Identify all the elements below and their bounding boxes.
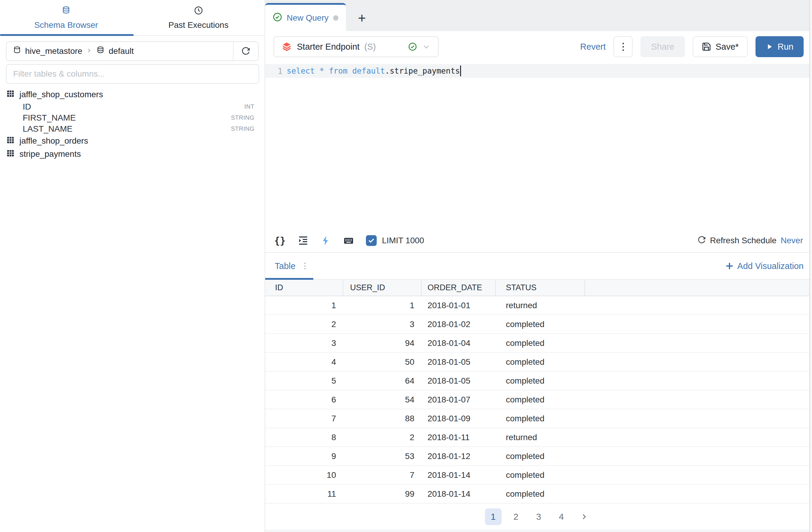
play-icon (766, 43, 773, 51)
sidebar-tab-label: Schema Browser (34, 20, 98, 30)
endpoint-select[interactable]: Starter Endpoint (S) (274, 36, 439, 57)
column-header-status[interactable]: STATUS (496, 280, 585, 296)
cell-user_id: 99 (343, 485, 422, 503)
code-line-1: 1 select * from default.stripe_payments (265, 64, 812, 78)
cell-status: returned (496, 296, 585, 314)
filter-input[interactable] (6, 64, 259, 84)
cell-user_id: 3 (343, 315, 422, 333)
cell-status: completed (496, 447, 585, 465)
keyboard-icon[interactable] (343, 235, 354, 246)
cell-user_id: 53 (343, 447, 422, 465)
table-row: 112018-01-01returned (265, 296, 812, 315)
schema-column-item[interactable]: LAST_NAMESTRING (0, 123, 265, 134)
cell-filler (585, 428, 812, 446)
cell-order_date: 2018-01-07 (422, 391, 496, 409)
text-cursor (460, 66, 461, 76)
main-panel: New Query + Starter Endpoint (S) (265, 0, 812, 532)
page-button-1[interactable]: 1 (485, 508, 502, 525)
page-button-4[interactable]: 4 (553, 508, 570, 525)
active-tab-underline (0, 34, 134, 36)
new-tab-button[interactable]: + (358, 9, 366, 25)
cell-order_date: 2018-01-05 (422, 353, 496, 371)
tab-schema-browser[interactable]: Schema Browser (0, 0, 132, 35)
table-icon (6, 136, 15, 146)
table-row: 4502018-01-05completed (265, 353, 812, 372)
refresh-schedule-value[interactable]: Never (781, 236, 803, 246)
cell-order_date: 2018-01-14 (422, 485, 496, 503)
run-button[interactable]: Run (755, 36, 803, 57)
cell-order_date: 2018-01-02 (422, 315, 496, 333)
lightning-icon[interactable] (320, 235, 331, 246)
column-name: ID (23, 102, 31, 112)
column-header-user_id[interactable]: USER_ID (343, 280, 422, 296)
column-header-order_date[interactable]: ORDER_DATE (422, 280, 496, 296)
breadcrumb-schema[interactable]: default (108, 46, 134, 56)
results-table-header: IDUSER_IDORDER_DATESTATUS (265, 280, 812, 296)
chevron-down-icon (422, 42, 431, 51)
schema-table-item[interactable]: jaffle_shop_customers (0, 88, 265, 101)
revert-button[interactable]: Revert (580, 42, 606, 52)
cell-status: completed (496, 466, 585, 484)
sql-editor[interactable]: 1 select * from default.stripe_payments … (265, 62, 812, 253)
table-row: 822018-01-11returned (265, 428, 812, 447)
cell-user_id: 7 (343, 466, 422, 484)
results-more-icon[interactable] (304, 263, 306, 269)
cell-user_id: 94 (343, 334, 422, 352)
refresh-schema-button[interactable] (233, 42, 258, 60)
results-table-body: 112018-01-01returned232018-01-02complete… (265, 296, 812, 504)
column-name: FIRST_NAME (23, 113, 76, 123)
tab-table-results[interactable]: Table (275, 261, 295, 271)
cell-user_id: 64 (343, 372, 422, 390)
databricks-icon (281, 41, 292, 52)
add-visualization-button[interactable]: Add Visualization (725, 261, 803, 271)
cell-filler (585, 296, 812, 314)
cell-order_date: 2018-01-12 (422, 447, 496, 465)
format-query-icon[interactable]: {} (274, 235, 286, 246)
cell-filler (585, 391, 812, 409)
refresh-icon (241, 46, 250, 56)
cell-filler (585, 485, 812, 503)
sidebar: Schema Browser Past Executions (0, 0, 265, 532)
clock-icon (194, 6, 203, 17)
column-type: INT (244, 103, 255, 110)
column-type: STRING (231, 125, 255, 132)
next-page-button[interactable] (576, 508, 593, 525)
save-button[interactable]: Save* (693, 36, 748, 57)
sidebar-tabs: Schema Browser Past Executions (0, 0, 265, 36)
tab-past-executions[interactable]: Past Executions (132, 0, 265, 35)
editor-footer: {} (265, 229, 812, 252)
page-button-2[interactable]: 2 (508, 508, 524, 525)
schema-table-item[interactable]: jaffle_shop_orders (0, 134, 265, 148)
table-row: 11992018-01-14completed (265, 485, 812, 504)
endpoint-size: (S) (364, 42, 376, 52)
chevron-right-icon (86, 46, 92, 56)
cell-order_date: 2018-01-14 (422, 466, 496, 484)
more-actions-button[interactable] (613, 36, 633, 57)
cell-id: 4 (265, 353, 343, 371)
catalog-icon (13, 46, 21, 57)
sql-text: select * from default.stripe_payments (287, 67, 460, 75)
check-icon (368, 237, 375, 244)
limit-toggle[interactable]: LIMIT 1000 (366, 235, 424, 246)
cell-order_date: 2018-01-11 (422, 428, 496, 446)
schema-table-item[interactable]: stripe_payments (0, 148, 265, 161)
tab-new-query[interactable]: New Query (265, 3, 346, 31)
cell-status: returned (496, 428, 585, 446)
cell-id: 1 (265, 296, 343, 314)
table-row: 5642018-01-05completed (265, 372, 812, 391)
code-area[interactable]: 1 select * from default.stripe_payments (265, 62, 812, 229)
cell-filler (585, 353, 812, 371)
indent-icon[interactable] (298, 235, 308, 246)
breadcrumb-catalog[interactable]: hive_metastore (25, 46, 82, 56)
limit-checkbox[interactable] (366, 235, 377, 246)
vertical-scrollbar[interactable] (809, 0, 812, 532)
column-header-id[interactable]: ID (265, 280, 343, 296)
page-button-3[interactable]: 3 (531, 508, 547, 525)
schema-column-item[interactable]: IDINT (0, 101, 265, 112)
share-button: Share (640, 36, 685, 57)
pagination: 1234 (265, 504, 812, 530)
schema-column-item[interactable]: FIRST_NAMESTRING (0, 112, 265, 123)
cell-filler (585, 372, 812, 390)
schema-breadcrumb: hive_metastore default (6, 41, 259, 61)
endpoint-name: Starter Endpoint (297, 42, 360, 52)
